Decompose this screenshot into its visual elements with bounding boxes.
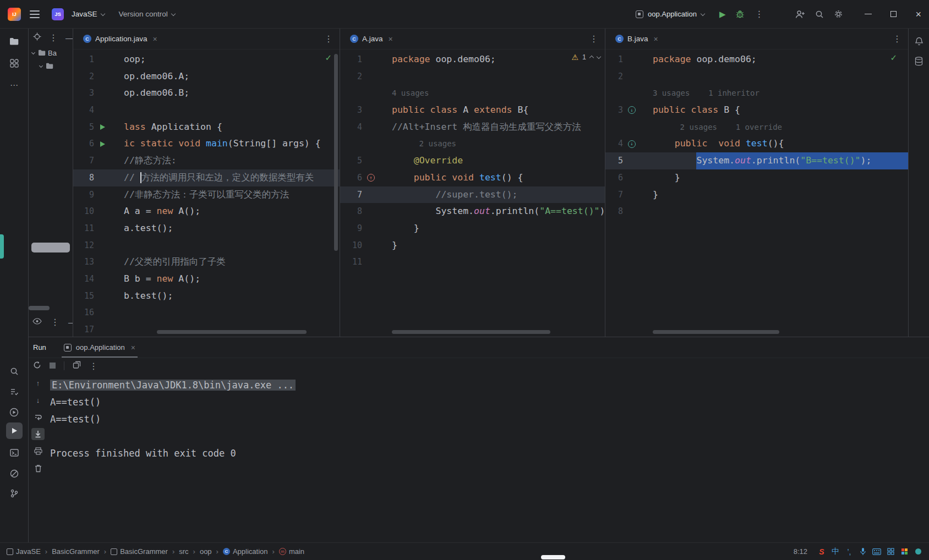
run-line-icon[interactable]: [99, 141, 110, 147]
code-line[interactable]: 10}: [340, 237, 605, 254]
code-line[interactable]: 5 @Override: [340, 152, 605, 169]
code-line[interactable]: 7//静态方法:: [73, 152, 340, 169]
structure-tool-icon[interactable]: [6, 55, 23, 72]
editor-body[interactable]: 1package oop.demo06;23 usages 1 inherito…: [605, 50, 908, 337]
code-line[interactable]: 7 //super.test();: [340, 186, 605, 204]
usages-inlay[interactable]: 4 usages: [392, 85, 429, 102]
find-tool-icon[interactable]: [6, 363, 23, 380]
rerun-icon[interactable]: [33, 361, 41, 371]
code-line[interactable]: 4: [73, 102, 340, 119]
build-icon[interactable]: [73, 361, 81, 371]
breadcrumb-item[interactable]: BasicGrammer: [52, 547, 100, 556]
code-line[interactable]: 5lass Application {: [73, 119, 340, 136]
overridden-marker-icon[interactable]: ↓: [628, 140, 639, 148]
skin-icon[interactable]: [914, 547, 922, 557]
code-line[interactable]: 8// 方法的调用只和左边，定义的数据类型有关: [73, 169, 340, 186]
overriding-method-icon[interactable]: ↑: [367, 174, 378, 182]
services-tool-icon[interactable]: [6, 404, 23, 420]
panel-scrollbar[interactable]: [29, 306, 50, 310]
problems-tool-icon[interactable]: [6, 465, 23, 482]
run-more-options-icon[interactable]: ⋮: [89, 361, 98, 371]
code-line[interactable]: 4//Alt+Insert 构造器自动生成重写父类方法: [340, 119, 605, 136]
breadcrumb-item[interactable]: JavaSE: [7, 547, 41, 556]
code-line[interactable]: 6 }: [605, 169, 908, 186]
code-line[interactable]: 2 usages: [340, 135, 605, 152]
breadcrumb-item[interactable]: src: [179, 547, 188, 556]
tree-item-child[interactable]: [29, 59, 73, 73]
code-line[interactable]: 9 }: [340, 220, 605, 237]
code-line[interactable]: 8 System.out.println("A==test()");: [340, 203, 605, 220]
panel-scroll-thumb[interactable]: [31, 243, 70, 252]
run-tab-oop-application[interactable]: oop.Application ×: [58, 337, 141, 358]
tree-item-basicgrammar[interactable]: Ba: [29, 46, 73, 59]
stop-icon[interactable]: [50, 362, 56, 370]
notifications-bell-icon[interactable]: [912, 34, 926, 48]
editor-body[interactable]: 1package oop.demo06;24 usages3public cla…: [340, 50, 605, 337]
more-tool-windows-icon[interactable]: ⋯: [6, 77, 23, 94]
tab-b-java[interactable]: C B.java ×: [611, 29, 663, 49]
version-control-tool-icon[interactable]: [6, 485, 23, 502]
code-line[interactable]: 6↑ public void test() {: [340, 169, 605, 186]
code-line[interactable]: 1package oop.demo06;: [605, 51, 908, 68]
scroll-up-icon[interactable]: ↑: [31, 377, 45, 389]
code-line[interactable]: 2op.demo06.A;: [73, 68, 340, 85]
debug-button[interactable]: [735, 10, 745, 19]
code-line[interactable]: 1package oop.demo06;: [340, 51, 605, 68]
usages-inlay[interactable]: 2 usages: [419, 135, 456, 152]
tab-application-java[interactable]: C Application.java ×: [79, 29, 162, 49]
chinese-mode-icon[interactable]: 中: [831, 547, 840, 557]
usages-inlay[interactable]: 3 usages 1 inheritor: [653, 85, 759, 102]
panel-options-icon[interactable]: ⋮: [51, 317, 59, 327]
scroll-down-icon[interactable]: ↓: [31, 394, 45, 406]
search-everywhere-icon[interactable]: [815, 10, 824, 19]
code-line[interactable]: 15b.test();: [73, 288, 340, 305]
code-line[interactable]: 5 System.out.println("B==test()");: [605, 152, 908, 169]
breadcrumb-item[interactable]: oop: [200, 547, 212, 556]
code-line[interactable]: 12: [73, 237, 340, 254]
sogou-logo-icon[interactable]: S: [817, 547, 826, 557]
code-line[interactable]: 4↓ public void test(){: [605, 135, 908, 152]
code-line[interactable]: 6ic static void main(String[] args) {: [73, 135, 340, 152]
overridden-marker-icon[interactable]: ↓: [628, 106, 639, 114]
keyboard-icon[interactable]: [872, 547, 881, 557]
breadcrumb-item[interactable]: BasicGrammer: [111, 547, 168, 556]
tab-options-icon[interactable]: ⋮: [893, 34, 908, 44]
usages-inlay[interactable]: 2 usages 1 override: [680, 119, 782, 136]
inspection-status-ok[interactable]: ✓: [325, 53, 332, 63]
code-line[interactable]: 2: [605, 68, 908, 85]
expand-chevron-icon[interactable]: [31, 50, 35, 54]
screen-edge-grabber[interactable]: [0, 234, 4, 259]
code-line[interactable]: 8: [605, 203, 908, 220]
project-selector[interactable]: JavaSE: [68, 8, 108, 20]
minimize-button[interactable]: [865, 14, 872, 15]
breadcrumb-item[interactable]: mmain: [279, 547, 304, 556]
vertical-scrollbar[interactable]: [334, 54, 338, 251]
database-tool-icon[interactable]: [912, 54, 926, 68]
run-line-icon[interactable]: [99, 124, 110, 130]
maximize-button[interactable]: [890, 11, 897, 17]
locate-file-icon[interactable]: [33, 32, 41, 42]
close-button[interactable]: ×: [915, 11, 921, 18]
horizontal-scrollbar[interactable]: [157, 330, 307, 334]
inspection-status-ok[interactable]: ✓: [890, 53, 897, 63]
inspection-status-warning[interactable]: ⚠1: [571, 53, 600, 62]
panel-options-icon[interactable]: ⋮: [49, 32, 58, 43]
more-actions-icon[interactable]: ⋮: [755, 9, 763, 19]
preview-eye-icon[interactable]: [32, 318, 42, 326]
terminal-tool-icon[interactable]: [6, 444, 23, 461]
handwriting-icon[interactable]: [886, 547, 895, 557]
tab-a-java[interactable]: C A.java ×: [346, 29, 397, 49]
hide-panel-icon[interactable]: —: [68, 317, 73, 327]
code-line[interactable]: 10A a = new A();: [73, 203, 340, 220]
code-line[interactable]: 1oop;: [73, 51, 340, 68]
main-menu-icon[interactable]: [30, 10, 40, 18]
code-line[interactable]: 13//父类的引用指向了子类: [73, 254, 340, 271]
close-tab-icon[interactable]: ×: [389, 35, 393, 43]
code-line[interactable]: 2 usages 1 override: [605, 119, 908, 136]
soft-wrap-icon[interactable]: [31, 411, 45, 423]
code-line[interactable]: 11a.test();: [73, 220, 340, 237]
run-tool-icon[interactable]: [6, 422, 23, 439]
project-tool-icon[interactable]: [6, 33, 23, 50]
scroll-to-end-icon[interactable]: [31, 428, 45, 440]
code-line[interactable]: 7}: [605, 186, 908, 204]
